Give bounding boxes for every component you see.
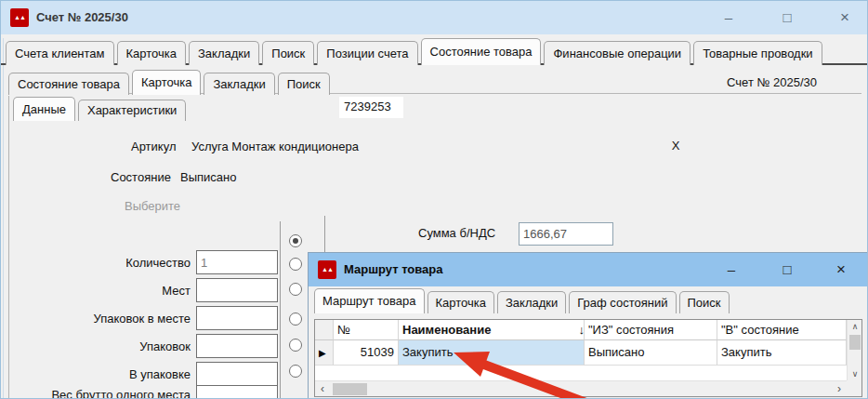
tab-harakteristiki[interactable]: Характеристики — [78, 100, 186, 121]
vertical-scrollbar[interactable]: ∧ ∨ — [847, 320, 861, 380]
header-to-state[interactable]: "В" состояние — [717, 320, 847, 340]
sub-tab-strip: Состояние товара Карточка Закладки Поиск — [8, 70, 333, 95]
packs-label: Упаковок — [1, 339, 191, 353]
radio-option-5[interactable] — [289, 339, 302, 352]
per-pack-label: В упаковке — [1, 367, 191, 381]
state-label: Состояние — [111, 170, 171, 184]
dialog-minimize-button[interactable]: – — [718, 259, 744, 281]
sum-group-border — [324, 216, 325, 253]
table-header-row: № Наименование↓ "ИЗ" состояния "В" состо… — [315, 320, 847, 340]
data-tab-strip: Данные Характеристики — [13, 97, 189, 121]
packs-input[interactable] — [196, 334, 278, 358]
invoice-number-label: Счет № 2025/30 — [727, 75, 817, 89]
tab-pozicii-scheta[interactable]: Позиции счета — [317, 41, 417, 65]
dialog-tab-poisk[interactable]: Поиск — [679, 291, 730, 313]
tab-kartochka[interactable]: Карточка — [117, 41, 186, 65]
per-pack-input[interactable] — [196, 362, 278, 386]
tab-zakladki[interactable]: Закладки — [189, 41, 259, 65]
cell-name-selected[interactable]: Закупить — [399, 340, 585, 366]
main-window: ▲▲ Счет № 2025/30 – □ × Счета клиентам К… — [0, 0, 868, 399]
gross-weight-input[interactable] — [196, 385, 278, 399]
scroll-left-icon[interactable]: ‹ — [315, 381, 330, 397]
scroll-right-icon[interactable]: › — [832, 381, 847, 397]
minimize-button[interactable]: – — [715, 7, 743, 29]
product-code-field[interactable]: 7239253 — [339, 97, 403, 118]
dialog-titlebar: ▲▲ Маршрут товара – □ × — [309, 253, 867, 286]
cell-no[interactable]: 51039 — [334, 340, 399, 366]
subtab-sostoyanie-tovara[interactable]: Состояние товара — [8, 73, 129, 95]
close-button[interactable]: × — [831, 7, 859, 29]
sum-label: Сумма б/НДС — [418, 226, 495, 240]
header-from-state[interactable]: "ИЗ" состояния — [585, 320, 717, 340]
quantity-input[interactable] — [196, 250, 278, 274]
header-selector-cell — [315, 320, 334, 340]
table-row[interactable]: ▶ 51039 Закупить Выписано Закупить — [315, 340, 847, 366]
radio-option-4[interactable] — [289, 313, 302, 326]
subtab-poisk[interactable]: Поиск — [278, 73, 330, 95]
header-name-text: Наименование — [402, 323, 491, 337]
cell-from-state[interactable]: Выписано — [585, 340, 717, 366]
route-table: № Наименование↓ "ИЗ" состояния "В" состо… — [314, 319, 862, 397]
dialog-tab-zakladki[interactable]: Закладки — [497, 291, 566, 313]
article-label: Артикул — [131, 140, 176, 153]
main-tab-strip: Счета клиентам Карточка Закладки Поиск П… — [6, 38, 825, 65]
tab-sostoyanie-tovara[interactable]: Состояние товара — [421, 38, 542, 65]
vertical-scroll-thumb[interactable] — [849, 335, 861, 350]
left-groove-inner — [8, 96, 9, 399]
scroll-down-icon[interactable]: ∨ — [848, 367, 862, 380]
header-name[interactable]: Наименование↓ — [399, 320, 585, 340]
horizontal-scrollbar[interactable]: ‹ › — [315, 380, 847, 396]
tab-tovarnye-provodki[interactable]: Товарные проводки — [693, 41, 822, 65]
choose-label: Выберите — [125, 199, 180, 213]
gross-weight-label: Вес брутто одного места — [1, 388, 191, 399]
scrollbar-corner — [847, 380, 861, 396]
tab-finansovye-operacii[interactable]: Финансовые операции — [544, 41, 690, 65]
main-titlebar: ▲▲ Счет № 2025/30 – □ × — [1, 1, 867, 34]
subtab-kartochka[interactable]: Карточка — [132, 70, 201, 95]
tab-scheta-klientam[interactable]: Счета клиентам — [6, 41, 114, 65]
dialog-tab-graf[interactable]: Граф состояний — [569, 291, 676, 313]
scroll-up-icon[interactable]: ∧ — [848, 320, 862, 333]
maximize-button[interactable]: □ — [773, 7, 801, 29]
dialog-logo-icon: ▲▲ — [318, 260, 336, 279]
quantity-label: Количество — [1, 256, 191, 270]
cell-to-state[interactable]: Закупить — [717, 340, 847, 366]
radio-option-3[interactable] — [289, 283, 302, 296]
row-selector-cell: ▶ — [315, 340, 334, 366]
route-grid: № Наименование↓ "ИЗ" состояния "В" состо… — [315, 320, 847, 380]
tab-poisk[interactable]: Поиск — [262, 41, 314, 65]
sum-input[interactable] — [519, 222, 613, 246]
current-row-marker-icon: ▶ — [319, 348, 326, 358]
header-no[interactable]: № — [334, 320, 399, 340]
packs-per-place-input[interactable] — [196, 306, 278, 330]
places-input[interactable] — [196, 278, 278, 302]
tab-dannye[interactable]: Данные — [13, 97, 75, 121]
dialog-maximize-button[interactable]: □ — [774, 259, 800, 281]
dialog-title: Маршрут товара — [344, 262, 443, 276]
app-logo-icon: ▲▲ — [10, 8, 29, 27]
state-value: Выписано — [180, 170, 236, 184]
dialog-tab-strip: Маршрут товара Карточка Закладки Граф со… — [314, 288, 732, 313]
horizontal-scroll-thumb[interactable] — [333, 383, 367, 395]
dialog-tab-marshrut[interactable]: Маршрут товара — [314, 288, 425, 313]
clear-article-button[interactable]: X — [668, 139, 683, 153]
packs-per-place-label: Упаковок в месте — [1, 312, 191, 326]
subtab-zakladki[interactable]: Закладки — [204, 73, 274, 95]
route-dialog: ▲▲ Маршрут товара – □ × Маршрут товара К… — [308, 252, 868, 399]
places-label: Мест — [1, 284, 191, 298]
dialog-tab-kartochka[interactable]: Карточка — [427, 291, 494, 313]
radio-group-border — [280, 221, 281, 399]
window-title: Счет № 2025/30 — [36, 10, 128, 24]
radio-option-1[interactable] — [289, 234, 302, 247]
radio-option-6[interactable] — [289, 365, 302, 378]
article-value: Услуга Монтаж кондиционера — [191, 140, 359, 153]
dialog-close-button[interactable]: × — [828, 259, 854, 281]
radio-option-2[interactable] — [289, 258, 302, 271]
